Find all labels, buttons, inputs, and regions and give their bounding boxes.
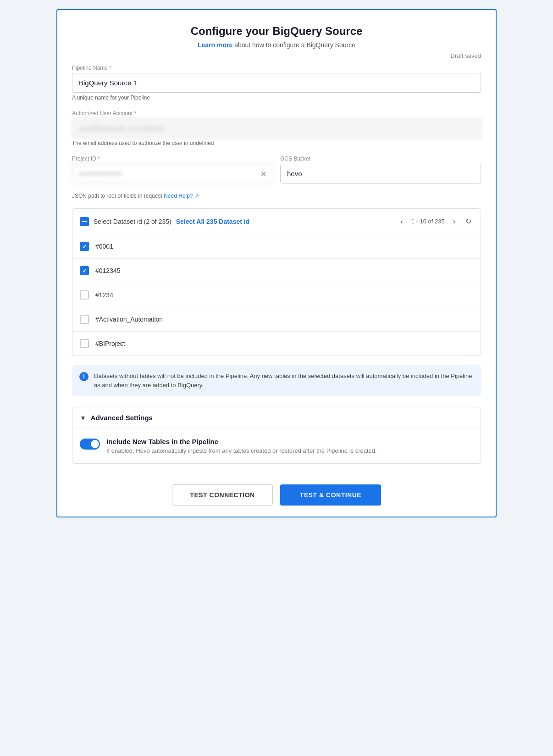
learn-more-link[interactable]: Learn more	[198, 41, 232, 49]
dataset-row: #012345	[72, 259, 481, 283]
dataset-row: #0001	[72, 234, 481, 259]
dataset-name-activation: #Activation_Automation	[95, 316, 163, 323]
need-help-link[interactable]: Need Help? ↗	[164, 193, 199, 199]
dataset-checkbox-0001[interactable]	[80, 242, 89, 251]
advanced-settings-section: ▼ Advanced Settings Include New Tables i…	[72, 407, 481, 464]
gcs-bucket-label: GCS Bucket	[280, 156, 481, 162]
page-subtitle: Learn more about how to configure a BigQ…	[72, 41, 481, 49]
advanced-settings-title: Advanced Settings	[91, 414, 153, 422]
page-wrapper: Configure your BigQuery Source Learn mor…	[56, 9, 497, 517]
json-path-hint: JSON path to root of fields in request N…	[72, 193, 481, 199]
pipeline-name-field: Pipeline Name * A unique name for your P…	[72, 65, 481, 101]
dataset-name-biproject: #BIProject	[95, 340, 125, 347]
authorized-user-hint: The email address used to authorize the …	[72, 140, 481, 146]
dataset-row: #BIProject	[72, 332, 481, 356]
project-id-clear-button[interactable]: ✕	[259, 167, 268, 180]
toggle-description: If enabled, Hevo automatically ingests f…	[106, 447, 377, 454]
project-id-field: Project ID * ✕	[72, 156, 273, 183]
pipeline-name-section: Pipeline Name * A unique name for your P…	[72, 65, 481, 101]
dataset-header: Select Dataset id (2 of 235) Select All …	[72, 209, 481, 234]
authorized-user-label: Authorized User Account *	[72, 110, 481, 117]
refresh-button[interactable]: ↻	[464, 215, 473, 228]
authorized-user-field: Authorized User Account * The email addr…	[72, 110, 481, 146]
subtitle-text: about how to configure a BigQuery Source	[234, 41, 355, 49]
json-path-text: JSON path to root of fields in request	[72, 193, 162, 199]
authorized-user-section: Authorized User Account * The email addr…	[72, 110, 481, 146]
toggle-include-new-tables[interactable]	[80, 439, 100, 450]
pagination-text: 1 - 10 of 235	[411, 218, 445, 225]
info-icon: i	[79, 372, 88, 381]
pipeline-name-input[interactable]	[72, 73, 481, 93]
toggle-label: Include New Tables in the Pipeline	[106, 438, 377, 445]
page-title: Configure your BigQuery Source	[72, 25, 481, 38]
dataset-row: #Activation_Automation	[72, 307, 481, 332]
advanced-settings-content: Include New Tables in the Pipeline If en…	[72, 428, 481, 463]
draft-saved-status: Draft saved	[72, 52, 481, 59]
advanced-arrow-icon: ▼	[80, 414, 86, 422]
dataset-checkbox-activation[interactable]	[80, 315, 89, 324]
dataset-count-text: Select Dataset id (2 of 235)	[94, 218, 171, 225]
test-and-continue-button[interactable]: TEST & CONTINUE	[280, 484, 381, 506]
footer-buttons: TEST CONNECTION TEST & CONTINUE	[57, 475, 496, 517]
info-text: Datasets without tables will not be incl…	[94, 372, 474, 389]
toggle-row: Include New Tables in the Pipeline If en…	[80, 438, 473, 454]
dataset-checkbox-012345[interactable]	[80, 266, 89, 275]
project-gcs-section: Project ID * ✕ GCS Bucket JSON path to r…	[72, 156, 481, 199]
info-icon-symbol: i	[83, 373, 84, 380]
toggle-slider	[80, 439, 100, 450]
info-box: i Datasets without tables will not be in…	[72, 365, 481, 396]
dataset-row: #1234	[72, 283, 481, 307]
test-connection-button[interactable]: TEST CONNECTION	[172, 484, 273, 506]
pipeline-name-hint: A unique name for your Pipeline	[72, 94, 481, 101]
dataset-header-right: ‹ 1 - 10 of 235 › ↻	[398, 215, 473, 228]
dataset-checkbox-biproject[interactable]	[80, 339, 89, 348]
dataset-checkbox-1234[interactable]	[80, 290, 89, 300]
dataset-name-012345: #012345	[95, 267, 121, 274]
select-partial-checkbox[interactable]	[80, 217, 89, 226]
project-id-input-wrapper: ✕	[72, 164, 273, 183]
pagination-next-button[interactable]: ›	[450, 216, 458, 228]
pipeline-name-label: Pipeline Name *	[72, 65, 481, 71]
two-col-layout: Project ID * ✕ GCS Bucket	[72, 156, 481, 191]
toggle-label-group: Include New Tables in the Pipeline If en…	[106, 438, 377, 454]
dataset-name-1234: #1234	[95, 291, 113, 299]
dataset-panel: Select Dataset id (2 of 235) Select All …	[72, 208, 481, 356]
page-header: Configure your BigQuery Source Learn mor…	[72, 25, 481, 49]
gcs-bucket-input[interactable]	[280, 164, 481, 183]
advanced-settings-header[interactable]: ▼ Advanced Settings	[72, 407, 481, 428]
project-id-input[interactable]	[72, 164, 273, 183]
select-all-link[interactable]: Select All 235 Dataset id	[176, 218, 250, 225]
pagination-prev-button[interactable]: ‹	[398, 216, 405, 228]
dataset-header-left: Select Dataset id (2 of 235) Select All …	[80, 217, 249, 226]
gcs-bucket-field: GCS Bucket	[280, 156, 481, 183]
dataset-name-0001: #0001	[95, 243, 113, 250]
authorized-user-input	[72, 118, 481, 138]
project-id-label: Project ID *	[72, 156, 273, 162]
